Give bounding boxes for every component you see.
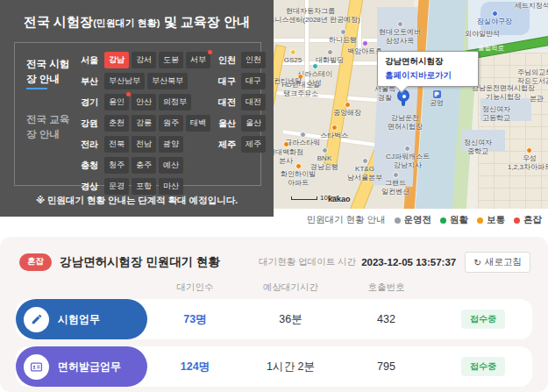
region-button-강서[interactable]: 강서 [132,52,156,68]
poi-dot-icon [397,21,403,27]
region-button-청주[interactable]: 청주 [104,157,129,174]
region-group-label: 서울 [81,54,104,67]
legend-item-혼잡: 혼잡 [514,214,542,226]
region-button-태백[interactable]: 태백 [186,115,210,132]
legend-item-label: 혼잡 [523,214,542,226]
map-label-CJ파워캐스트: CJ파워캐스트강남지사 [386,146,430,169]
popup-title: 강남면허시험장 [385,56,471,68]
region-button-강남[interactable]: 강남 [104,52,129,68]
service-name-label: 시험업무 [58,312,100,327]
region-button-마산[interactable]: 마산 [159,178,183,195]
region-group-label: 부산 [81,75,104,88]
id-card-icon [24,354,49,380]
region-button-부산북부[interactable]: 부산북부 [147,73,188,89]
region-button-group: 전북전남광양 [104,136,215,153]
map-label-현대백화점: 현대백화점본사 [274,141,303,165]
region-row: 경상문경포항마산 [81,178,266,195]
estimated-wait-time: 36분 [243,312,338,327]
status-column-headers: 대기인수예상대기시간호출번호 [16,282,532,294]
poi-dot-icon [405,146,411,152]
legend-dot-icon [514,217,520,224]
call-number: 432 [338,313,434,325]
region-button-충주[interactable]: 충주 [132,157,156,174]
map-label-현대자동차그룹: 현대자동차그룹비즈니스센터(2028년 완공예정) [274,7,360,24]
region-button-강릉[interactable]: 강릉 [132,115,156,132]
poi-dot-icon [393,172,399,178]
region-button-광양[interactable]: 광양 [159,136,183,153]
call-number: 795 [338,360,434,373]
service-pill-시험업무[interactable]: 시험업무 [16,299,147,339]
map-label-GS25: GS25 [284,49,302,65]
poi-dot-icon [295,163,302,169]
popup-homepage-link[interactable]: 홈페이지바로가기 [385,70,471,82]
map-label-중앙해장: 중앙해장 [333,102,361,118]
poi-dot-icon [322,147,328,153]
column-header-대기인수: 대기인수 [147,282,243,294]
refresh-button[interactable]: ↻ 새로고침 [465,252,530,273]
region-button-원주[interactable]: 원주 [159,115,183,132]
panel-title-paren: (민원대기 현황) [93,18,160,28]
region-button-의정부[interactable]: 의정부 [159,94,191,110]
region-button-group: 청주충주예산 [104,157,215,174]
region-button-대전[interactable]: 대전 [241,94,266,110]
region-button-서부[interactable]: 서부 [186,52,210,68]
region-button-제주[interactable]: 제주 [241,136,266,153]
national-exam-sites-panel: 전국 시험장(민원대기 현황) 및 교육장 안내 전국 시험장 안내전국 교육장… [0,0,274,217]
wait-status-legend: 민원대기 현황 안내 운영전원활보통혼잡 [307,214,542,226]
region-button-대구[interactable]: 대구 [241,73,266,89]
region-row: 충청청주충주예산 [81,157,266,174]
region-button-포항[interactable]: 포항 [132,178,156,195]
poi-dot-icon [290,49,296,55]
kakao-map[interactable]: 현대자동차그룹비즈니스센터(2028년 완공예정)하나은행대화빌딩GS25신라스… [274,0,548,209]
region-button-인천[interactable]: 인천 [241,52,266,68]
legend-item-보통: 보통 [477,214,505,226]
estimated-wait-time: 1시간 2분 [243,360,338,374]
kakao-logo: kakao [328,195,351,203]
service-row-면허발급업무: 면허발급업무124명1시간 2분795접수중 [16,346,532,387]
region-button-group: 용인안산의정부 [104,94,215,110]
panel-tab-exam-sites[interactable]: 전국 시험장 안내 [26,57,79,89]
region-button-문경[interactable]: 문경 [104,178,129,195]
legend-item-label: 운영전 [404,214,432,226]
map-label-정신여자: 정신여자고등학교 [482,105,510,122]
map-label-화인하이빌: 화인하이빌아파트 [281,163,316,187]
congestion-dot-icon [208,50,212,54]
map-pin-gangnam-license-center[interactable] [397,89,409,106]
map-label-강남운전: 강남운전면허시험장 [388,114,423,131]
poi-dot-icon [345,102,351,108]
parking-icon: P [433,90,441,98]
region-button-도봉[interactable]: 도봉 [159,52,183,68]
update-time-label: 대기현황 업데이트 시간 [259,256,356,268]
map-label-잠실야구장: 잠실야구장 [477,11,512,26]
region-group-label: 인천 [218,54,241,67]
region-group-label: 강원 [81,118,104,130]
legend-dot-icon [440,217,446,224]
map-label-올림픽로: 올림픽로 [478,44,504,52]
region-group-label: 울산 [218,118,241,130]
region-button-예산[interactable]: 예산 [159,157,183,174]
region-row: 강원춘천강릉원주태백울산울산 [81,115,266,132]
region-button-전북[interactable]: 전북 [104,136,129,153]
poi-dot-icon [331,125,338,131]
panel-tab-edu-sites[interactable]: 전국 교육장 안내 [26,112,79,141]
panel-footer-note: ※ 민원대기 현황 안내는 단계적 확대 예정입니다. [0,195,274,207]
panel-title: 전국 시험장(민원대기 현황) 및 교육장 안내 [0,0,274,31]
map-label-정신여자: 정신여자중학교 [464,139,492,155]
region-button-울산[interactable]: 울산 [241,115,266,132]
map-label-외야일반석: 외야일반석 [465,30,500,39]
region-group-label: 경상 [81,181,104,193]
region-button-group: 춘천강릉원주태백 [104,115,215,132]
panel-tab-label: 전국 교육장 안내 [26,112,79,141]
region-button-춘천[interactable]: 춘천 [104,115,129,132]
region-button-안산[interactable]: 안산 [132,94,156,110]
region-group-label: 충청 [81,160,104,172]
region-button-grid: 서울강남강서도봉서부인천인천부산부산남부부산북부대구대구경기용인안산의정부대전대… [79,43,269,185]
status-update-area: 대기현황 업데이트 시간 2023-12-05 13:57:37 ↻ 새로고침 [259,252,530,273]
region-button-group: 강남강서도봉서부 [104,52,215,68]
region-button-전남[interactable]: 전남 [132,136,156,153]
service-pill-면허발급업무[interactable]: 면허발급업무 [16,346,147,387]
legend-item-원활: 원활 [440,214,468,226]
waiting-count: 73명 [147,312,243,327]
region-button-용인[interactable]: 용인 [104,94,129,110]
region-button-부산남부[interactable]: 부산남부 [104,73,145,89]
